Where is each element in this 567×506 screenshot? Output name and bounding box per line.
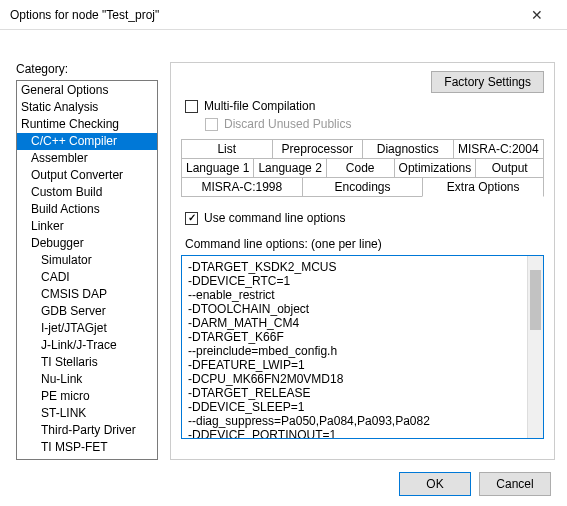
category-item[interactable]: I-jet/JTAGjet — [17, 320, 157, 337]
cmdline-line: --enable_restrict — [188, 288, 529, 302]
cmdline-line: -DCPU_MK66FN2M0VMD18 — [188, 372, 529, 386]
cmdline-line: --preinclude=mbed_config.h — [188, 344, 529, 358]
tab[interactable]: Language 2 — [253, 158, 326, 177]
category-item[interactable]: General Options — [17, 82, 157, 99]
multi-file-label: Multi-file Compilation — [204, 99, 315, 113]
tab[interactable]: Optimizations — [394, 158, 477, 177]
category-item[interactable]: CMSIS DAP — [17, 286, 157, 303]
tab[interactable]: Language 1 — [181, 158, 254, 177]
content: Category: General OptionsStatic Analysis… — [0, 30, 567, 470]
cancel-button[interactable]: Cancel — [479, 472, 551, 496]
category-item[interactable]: Third-Party Driver — [17, 422, 157, 439]
cmdline-label: Command line options: (one per line) — [185, 237, 544, 251]
tab[interactable]: Encodings — [302, 177, 424, 197]
factory-settings-button[interactable]: Factory Settings — [431, 71, 544, 93]
close-button[interactable]: ✕ — [517, 1, 557, 29]
category-item[interactable]: J-Link/J-Trace — [17, 337, 157, 354]
checkbox-icon[interactable] — [185, 100, 198, 113]
tab[interactable]: MISRA-C:2004 — [453, 139, 545, 158]
window-title: Options for node "Test_proj" — [10, 8, 159, 22]
cmdline-content[interactable]: -DTARGET_KSDK2_MCUS-DDEVICE_RTC=1--enabl… — [188, 260, 529, 439]
tab[interactable]: Preprocessor — [272, 139, 364, 158]
cmdline-line: --diag_suppress=Pa050,Pa084,Pa093,Pa082 — [188, 414, 529, 428]
category-item[interactable]: Output Converter — [17, 167, 157, 184]
category-item[interactable]: Custom Build — [17, 184, 157, 201]
cmdline-line: -DTOOLCHAIN_object — [188, 302, 529, 316]
category-label: Category: — [16, 62, 158, 76]
cmdline-textarea[interactable]: -DTARGET_KSDK2_MCUS-DDEVICE_RTC=1--enabl… — [181, 255, 544, 439]
category-item[interactable]: Runtime Checking — [17, 116, 157, 133]
scrollbar-thumb[interactable] — [530, 270, 541, 330]
category-item[interactable]: Linker — [17, 218, 157, 235]
tab-row-2: Language 1Language 2CodeOptimizationsOut… — [181, 158, 544, 177]
tab-rows: ListPreprocessorDiagnosticsMISRA-C:2004 … — [181, 139, 544, 197]
options-panel: Factory Settings Multi-file Compilation … — [170, 62, 555, 460]
scrollbar[interactable] — [527, 256, 543, 438]
extra-options-section: Use command line options Command line op… — [181, 211, 544, 439]
category-item[interactable]: GDB Server — [17, 303, 157, 320]
category-item[interactable]: TI Stellaris — [17, 354, 157, 371]
cmdline-line: -DTARGET_RELEASE — [188, 386, 529, 400]
category-item[interactable]: TI XDS — [17, 456, 157, 460]
cmdline-line: -DDEVICE_RTC=1 — [188, 274, 529, 288]
category-item[interactable]: Simulator — [17, 252, 157, 269]
category-item[interactable]: PE micro — [17, 388, 157, 405]
category-item[interactable]: Debugger — [17, 235, 157, 252]
category-panel: Category: General OptionsStatic Analysis… — [16, 62, 158, 460]
checkbox-icon[interactable] — [185, 212, 198, 225]
tab[interactable]: Diagnostics — [362, 139, 454, 158]
tab-row-3: MISRA-C:1998EncodingsExtra Options — [181, 177, 544, 197]
use-cmdline-checkbox-row[interactable]: Use command line options — [185, 211, 544, 225]
category-item[interactable]: ST-LINK — [17, 405, 157, 422]
category-list[interactable]: General OptionsStatic AnalysisRuntime Ch… — [16, 80, 158, 460]
category-item[interactable]: Nu-Link — [17, 371, 157, 388]
multi-file-checkbox-row[interactable]: Multi-file Compilation — [185, 99, 544, 113]
footer-buttons: OK Cancel — [399, 472, 551, 496]
category-item[interactable]: CADI — [17, 269, 157, 286]
ok-button[interactable]: OK — [399, 472, 471, 496]
category-item[interactable]: C/C++ Compiler — [17, 133, 157, 150]
tab-row-1: ListPreprocessorDiagnosticsMISRA-C:2004 — [181, 139, 544, 158]
category-item[interactable]: Build Actions — [17, 201, 157, 218]
tab[interactable]: MISRA-C:1998 — [181, 177, 303, 197]
category-item[interactable]: TI MSP-FET — [17, 439, 157, 456]
category-item[interactable]: Assembler — [17, 150, 157, 167]
titlebar: Options for node "Test_proj" ✕ — [0, 0, 567, 30]
tab[interactable]: List — [181, 139, 273, 158]
cmdline-line: -DDEVICE_SLEEP=1 — [188, 400, 529, 414]
checkbox-icon — [205, 118, 218, 131]
tab[interactable]: Code — [326, 158, 395, 177]
cmdline-line: -DTARGET_K66F — [188, 330, 529, 344]
tab[interactable]: Output — [475, 158, 544, 177]
category-item[interactable]: Static Analysis — [17, 99, 157, 116]
discard-unused-checkbox-row: Discard Unused Publics — [205, 117, 544, 131]
discard-unused-label: Discard Unused Publics — [224, 117, 351, 131]
cmdline-line: -DTARGET_KSDK2_MCUS — [188, 260, 529, 274]
close-icon: ✕ — [531, 7, 543, 23]
tab[interactable]: Extra Options — [422, 177, 544, 197]
cmdline-line: -DFEATURE_LWIP=1 — [188, 358, 529, 372]
cmdline-line: -DARM_MATH_CM4 — [188, 316, 529, 330]
cmdline-line: -DDEVICE_PORTINOUT=1 — [188, 428, 529, 439]
use-cmdline-label: Use command line options — [204, 211, 345, 225]
